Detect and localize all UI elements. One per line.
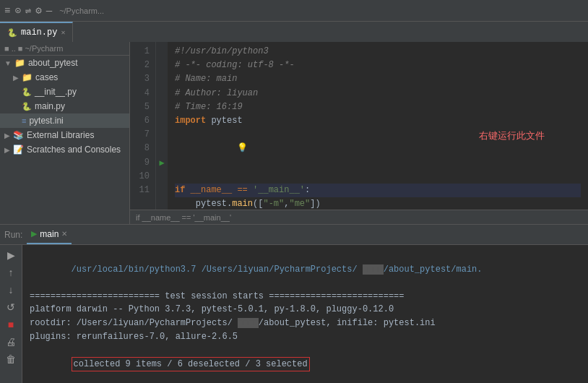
console-line-separator1: ========================= test session s… [30, 290, 581, 304]
sidebar-item-label: Scratches and Consoles [27, 145, 121, 155]
console-output: /usr/local/bin/python3.7 /Users/liyuan/P… [22, 245, 588, 383]
bottom-controls: ▶ ↑ ↓ ↺ ■ 🖨 🗑 [0, 245, 22, 383]
editor-area: 1 2 3 4 5 6 7 8 9 10 11 [130, 42, 588, 224]
python-file-icon: 🐍 [22, 87, 32, 97]
code-line-4: # Author: liyuan [175, 87, 581, 100]
project-sidebar: ■ .. ■ ~/Pycharm ▼ 📁 about_pytest ▶ 📁 ca… [0, 42, 130, 224]
sidebar-item-label: about_pytest [28, 58, 78, 68]
chevron-right-icon: ▶ [4, 132, 10, 139]
print-button[interactable]: 🖨 [3, 335, 19, 349]
rerun-button[interactable]: ↺ [4, 300, 18, 314]
scratches-icon: 📝 [13, 145, 24, 155]
tab-label: main.py [21, 27, 57, 38]
tab-close-button[interactable]: ✕ [61, 28, 65, 37]
sync-icon[interactable]: ⇌ [25, 4, 31, 17]
run-icon[interactable]: ⊙ [14, 4, 20, 17]
bottom-main: ▶ ↑ ↓ ↺ ■ 🖨 🗑 /usr/local/bin/python3.7 /… [0, 245, 588, 383]
library-icon: 📚 [13, 130, 24, 140]
code-line-8 [175, 170, 581, 184]
annotation-text: 右键运行此文件 [479, 129, 545, 144]
play-button[interactable]: ▶ [4, 248, 18, 262]
sidebar-item-external-libraries[interactable]: ▶ 📚 External Libraries [0, 128, 129, 142]
sidebar-item-pytest-ini[interactable]: ≡ pytest.ini [0, 113, 129, 128]
console-line-collected: collected 9 items / 6 deselected / 3 sel… [30, 343, 581, 383]
code-line-9: if __name__ == '__main__': [175, 184, 581, 197]
line-numbers: 1 2 3 4 5 6 7 8 9 10 11 [130, 42, 156, 210]
editor-tab-bar: 🐍 main.py ✕ [0, 22, 588, 42]
sidebar-item-cases[interactable]: ▶ 📁 cases [0, 70, 129, 85]
lightbulb-icon: 💡 [237, 143, 248, 153]
status-line-text: if __name__ == '__main__' [136, 213, 231, 222]
python-file-icon: 🐍 [7, 28, 17, 38]
chevron-down-icon: ▼ [4, 59, 12, 67]
folder-icon: 📁 [22, 72, 33, 82]
ini-file-icon: ≡ [22, 116, 26, 125]
trash-button[interactable]: 🗑 [3, 352, 19, 366]
console-line-plugins: plugins: rerunfailures-7.0, allure-2.6.5 [30, 330, 581, 344]
breadcrumb: ~/Pycharm... [59, 7, 104, 15]
console-line-platform: platform darwin -- Python 3.7.3, pytest-… [30, 303, 581, 317]
sidebar-item-label: External Libraries [27, 130, 94, 140]
up-button[interactable]: ↑ [6, 265, 17, 280]
sidebar-item-label: cases [35, 72, 58, 82]
folder-icon: 📁 [14, 58, 25, 68]
editor-status-bar: if __name__ == '__main__' [130, 210, 588, 224]
sidebar-item-label: main.py [35, 101, 65, 111]
bottom-panel: Run: ▶ main ✕ ▶ ↑ ↓ ↺ ■ 🖨 🗑 /usr/local/b… [0, 224, 588, 383]
menu-icon[interactable]: ≡ [4, 5, 10, 17]
sidebar-item-label: pytest.ini [29, 116, 63, 126]
sidebar-item-main-py[interactable]: 🐍 main.py [0, 99, 129, 113]
code-line-2: # -*- coding: utf-8 -*- [175, 59, 581, 72]
code-line-6: import pytest [175, 114, 581, 128]
code-line-1: #!/usr/bin/python3 [175, 45, 581, 59]
tab-main-py[interactable]: 🐍 main.py ✕ [0, 22, 73, 42]
sidebar-item-about-pytest[interactable]: ▼ 📁 about_pytest [0, 56, 129, 70]
breadcrumb-icon: ■ [4, 44, 9, 53]
code-line-5: # Time: 16:19 [175, 100, 581, 114]
down-button[interactable]: ↓ [6, 283, 17, 297]
chevron-right-icon: ▶ [4, 146, 10, 154]
settings-icon[interactable]: ⚙ [35, 4, 41, 17]
editor-gutter: ▶ [156, 42, 168, 210]
chevron-right-icon: ▶ [13, 74, 19, 82]
code-editor[interactable]: 右键运行此文件 #!/usr/bin/python3 # -*- coding:… [168, 42, 588, 210]
stop-button[interactable]: ■ [5, 317, 17, 332]
code-line-10: pytest.main(["-m","me"]) [175, 197, 581, 210]
sidebar-item-scratches-consoles[interactable]: ▶ 📝 Scratches and Consoles [0, 142, 129, 157]
run-tab-icon: ▶ [31, 229, 37, 238]
bottom-tab-bar: Run: ▶ main ✕ [0, 225, 588, 245]
code-line-3: # Name: main [175, 72, 581, 86]
top-toolbar: ≡ ⊙ ⇌ ⚙ — ~/Pycharm... [0, 0, 588, 22]
sidebar-item-label: __init__.py [35, 87, 77, 97]
minimize-icon[interactable]: — [46, 5, 52, 17]
run-tab-close[interactable]: ✕ [61, 230, 67, 238]
run-tab-label: main [40, 229, 59, 239]
console-line-rootdir: rootdir: /Users/liyuan/PycharmProjects/ … [30, 317, 581, 330]
python-file-icon: 🐍 [22, 102, 32, 111]
sidebar-breadcrumb: ■ .. ■ ~/Pycharm [0, 42, 129, 56]
sidebar-item-init-py[interactable]: 🐍 __init__.py [0, 85, 129, 99]
run-label: Run: [4, 230, 22, 240]
tab-run-main[interactable]: ▶ main ✕ [27, 225, 72, 244]
console-line-path: /usr/local/bin/python3.7 /Users/liyuan/P… [30, 249, 581, 290]
